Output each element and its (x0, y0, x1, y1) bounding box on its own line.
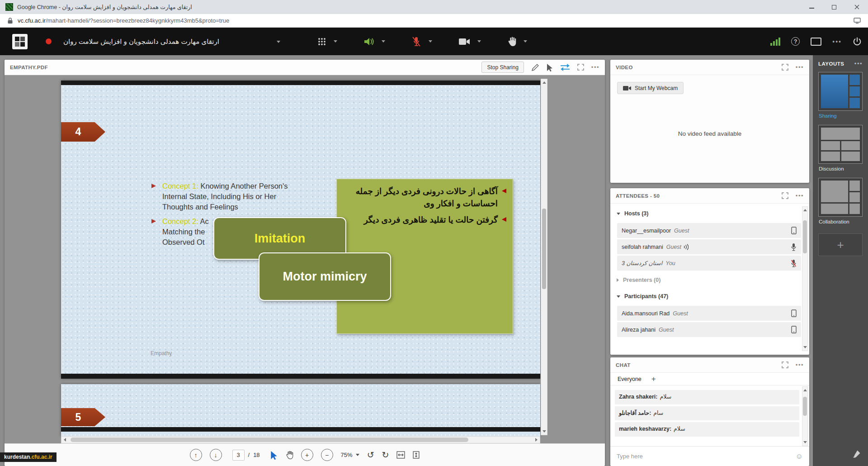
document-horizontal-scrollbar[interactable] (61, 436, 540, 443)
minimize-icon (809, 8, 814, 9)
scroll-up-icon[interactable] (542, 81, 546, 84)
scroll-down-icon[interactable] (803, 441, 807, 443)
fit-page-button[interactable] (413, 451, 420, 459)
attendee-group-hosts[interactable]: Hosts (3) (610, 205, 809, 222)
window-minimize-button[interactable] (800, 0, 823, 14)
vertical-scroll-thumb[interactable] (542, 209, 546, 289)
previous-page-button[interactable]: ↑ (190, 449, 202, 461)
edit-layouts-icon[interactable] (852, 450, 861, 461)
fullscreen-meeting-icon[interactable] (811, 38, 821, 46)
pan-tool-button[interactable] (285, 451, 293, 460)
layouts-options-icon[interactable]: ••• (854, 61, 863, 67)
webcam-icon[interactable] (458, 38, 470, 46)
zoom-level-dropdown[interactable]: 75% (341, 452, 359, 458)
chat-message: حامد آقاجانلو:سام (615, 406, 799, 421)
apps-chevron-icon[interactable] (334, 40, 337, 43)
microphone-chevron-icon[interactable] (429, 40, 432, 43)
attendees-scrollbar[interactable] (802, 206, 808, 351)
window-close-button[interactable] (845, 0, 868, 14)
chat-message-sender: marieh keshavarzy: (619, 426, 671, 432)
page-action-icon[interactable] (854, 18, 861, 24)
next-page-button[interactable]: ↓ (210, 449, 222, 461)
apps-grid-icon[interactable] (317, 37, 326, 46)
document-viewport[interactable]: 4 Concept 1: Knowing Another Person's In… (5, 75, 605, 443)
attendee-row[interactable]: Alireza jahani Guest (617, 322, 801, 337)
add-chat-tab-button[interactable]: + (651, 375, 656, 383)
sync-icon[interactable] (560, 64, 570, 71)
webcam-chevron-icon[interactable] (477, 40, 481, 43)
adobe-connect-logo-icon[interactable] (12, 34, 28, 49)
attendee-row[interactable]: Negar__esmailpoor Guest (617, 223, 801, 238)
attendee-group-presenters[interactable]: Presenters (0) (610, 272, 809, 288)
start-webcam-label: Start My Webcam (635, 85, 678, 91)
fullscreen-pod-icon[interactable] (782, 192, 788, 199)
layout-thumbnail-sharing[interactable] (818, 72, 863, 111)
attendee-row[interactable]: seifolah rahmani Guest (617, 239, 801, 254)
zoom-out-button[interactable]: − (321, 449, 333, 461)
pod-options-icon[interactable]: ••• (591, 64, 599, 70)
zoom-in-button[interactable]: + (301, 449, 313, 461)
attendee-group-participants[interactable]: Participants (47) (610, 288, 809, 304)
fullscreen-pod-icon[interactable] (782, 64, 788, 71)
window-maximize-button[interactable] (823, 0, 845, 14)
layout-label-sharing[interactable]: Sharing (813, 111, 868, 123)
pod-options-icon[interactable]: ••• (796, 193, 804, 199)
scroll-up-icon[interactable] (803, 389, 807, 391)
add-layout-button[interactable]: + (818, 233, 863, 256)
layout-thumbnail-collaboration[interactable] (818, 178, 863, 217)
scroll-down-icon[interactable] (542, 430, 546, 433)
fullscreen-pod-icon[interactable] (577, 64, 584, 71)
current-page-input[interactable]: 3 (232, 450, 245, 461)
meeting-title[interactable]: ارتقای مهارت همدلی دانشجویان و افزایش سل… (63, 28, 219, 55)
pod-options-icon[interactable]: ••• (796, 362, 804, 368)
raise-hand-chevron-icon[interactable] (524, 40, 527, 43)
pod-options-icon[interactable]: ••• (796, 64, 804, 70)
speaker-icon[interactable] (363, 37, 374, 47)
more-options-icon[interactable]: ••• (832, 38, 842, 45)
rotate-right-button[interactable]: ↻ (382, 451, 389, 459)
layout-label-discussion[interactable]: Discussion (813, 164, 868, 176)
pointer-icon[interactable] (547, 63, 553, 71)
rotate-left-button[interactable]: ↺ (367, 451, 374, 459)
layout-label-collaboration[interactable]: Collaboration (813, 217, 868, 229)
meeting-menu-chevron-icon[interactable] (277, 41, 280, 43)
scroll-left-icon[interactable] (64, 438, 66, 442)
chat-input[interactable] (617, 453, 796, 460)
speaker-chevron-icon[interactable] (382, 40, 385, 43)
layout-block (849, 204, 860, 214)
power-exit-icon[interactable] (853, 37, 862, 46)
concept-1-line-3: Thoughts and Feelings (162, 202, 345, 212)
presenters-group-label: Presenters (0) (623, 277, 660, 283)
chat-scrollbar[interactable] (802, 386, 808, 446)
microphone-muted-icon[interactable] (411, 36, 421, 47)
scroll-right-icon[interactable] (535, 438, 538, 442)
layout-thumbnail-discussion[interactable] (818, 125, 863, 164)
address-bar[interactable]: vc.cfu.ac.ir/mahart-hamdeli/?session=bre… (0, 14, 868, 28)
draw-icon[interactable] (531, 63, 539, 71)
horizontal-scroll-thumb[interactable] (71, 437, 468, 442)
scroll-down-icon[interactable] (803, 346, 807, 348)
raise-hand-icon[interactable] (507, 36, 516, 47)
start-webcam-button[interactable]: Start My Webcam (617, 82, 684, 94)
emoticon-icon[interactable]: ☺ (796, 453, 803, 460)
fit-width-button[interactable] (396, 451, 405, 459)
fullscreen-pod-icon[interactable] (782, 361, 788, 368)
layout-block (821, 152, 840, 161)
persian-bullet-item: آگاهی از حالات درونی فردی دیگر از جمله ا… (343, 185, 506, 209)
help-icon[interactable]: ? (791, 37, 800, 46)
select-tool-button[interactable] (270, 451, 278, 460)
scroll-up-icon[interactable] (803, 209, 807, 211)
chat-message-text: سلام (674, 426, 685, 432)
attendees-pod-title: ATTENDEES - 50 (616, 193, 660, 199)
attendee-row-self[interactable]: استان کردستان 3 You (617, 256, 801, 271)
connection-signal-icon[interactable] (770, 38, 780, 46)
bullet-icon (151, 184, 156, 188)
chat-tab-everyone[interactable]: Everyone (618, 376, 642, 382)
scroll-thumb[interactable] (803, 220, 807, 253)
layout-block (841, 141, 860, 151)
document-vertical-scrollbar[interactable] (541, 79, 547, 435)
concept-2-label: Concept 2: (162, 217, 198, 225)
attendee-row[interactable]: Aida.mansouri Rad Guest (617, 306, 801, 321)
stop-sharing-button[interactable]: Stop Sharing (481, 62, 524, 73)
scroll-thumb[interactable] (803, 397, 807, 416)
